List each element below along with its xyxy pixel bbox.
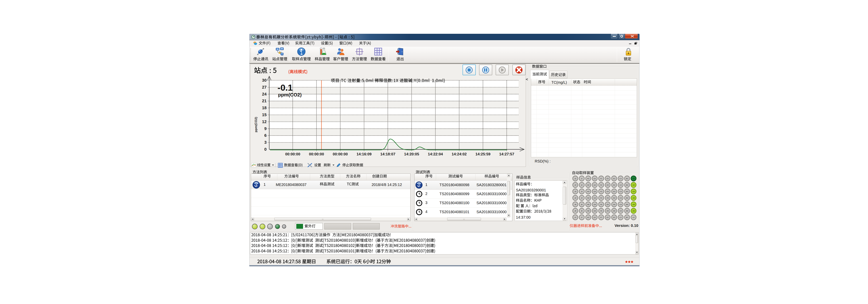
svg-text:A2: A2: [632, 184, 635, 186]
svg-text:H6: H6: [587, 210, 590, 212]
svg-text:I7: I7: [581, 216, 583, 218]
svg-text:F4: F4: [600, 197, 602, 199]
svg-text:J3: J3: [575, 191, 577, 193]
svg-text:G1: G1: [593, 177, 596, 179]
svg-text:D6: D6: [613, 210, 616, 212]
svg-text:G3: G3: [593, 191, 596, 193]
svg-text:J1: J1: [575, 177, 577, 179]
svg-text:I4: I4: [581, 197, 583, 199]
svg-text:G5: G5: [593, 203, 596, 205]
svg-text:A5: A5: [632, 203, 635, 205]
svg-text:F7: F7: [600, 216, 602, 218]
svg-text:D5: D5: [613, 203, 616, 205]
svg-text:H3: H3: [587, 191, 590, 193]
svg-text:J6: J6: [575, 210, 577, 212]
svg-text:F6: F6: [600, 210, 602, 212]
svg-text:H5: H5: [587, 203, 590, 205]
svg-text:H2: H2: [587, 184, 590, 186]
svg-text:C3: C3: [619, 191, 622, 193]
svg-text:H4: H4: [587, 197, 590, 199]
svg-text:E3: E3: [607, 191, 609, 193]
svg-text:B6: B6: [626, 210, 628, 212]
svg-text:D7: D7: [613, 216, 616, 218]
svg-text:B7: B7: [626, 216, 628, 218]
svg-text:A4: A4: [632, 197, 635, 199]
svg-text:I2: I2: [581, 184, 583, 186]
svg-text:D2: D2: [613, 184, 616, 186]
svg-text:C7: C7: [619, 216, 622, 218]
svg-text:A6: A6: [632, 210, 635, 212]
svg-text:G6: G6: [593, 210, 596, 212]
svg-text:C2: C2: [619, 184, 622, 186]
svg-text:J5: J5: [575, 203, 577, 205]
svg-text:E5: E5: [607, 203, 609, 205]
svg-text:A1: A1: [632, 177, 634, 179]
svg-text:F1: F1: [600, 177, 602, 179]
svg-text:B2: B2: [626, 184, 628, 186]
svg-text:F2: F2: [600, 184, 602, 186]
svg-text:G4: G4: [593, 197, 596, 199]
svg-text:B3: B3: [626, 191, 628, 193]
svg-text:H7: H7: [587, 216, 590, 218]
svg-text:J7: J7: [575, 216, 577, 218]
svg-text:J4: J4: [575, 197, 577, 199]
svg-text:J2: J2: [575, 184, 577, 186]
svg-text:C5: C5: [619, 203, 622, 205]
svg-text:H1: H1: [587, 177, 589, 179]
svg-text:G2: G2: [593, 184, 596, 186]
svg-text:I1: I1: [581, 177, 582, 179]
svg-text:F3: F3: [600, 191, 602, 193]
svg-text:D1: D1: [613, 177, 615, 179]
svg-text:B4: B4: [626, 197, 628, 199]
svg-text:B1: B1: [626, 177, 628, 179]
svg-text:F5: F5: [600, 203, 602, 205]
svg-text:E2: E2: [607, 184, 609, 186]
svg-text:I5: I5: [581, 203, 583, 205]
svg-text:E1: E1: [607, 177, 609, 179]
svg-text:E4: E4: [607, 197, 609, 199]
svg-text:A7: A7: [632, 216, 635, 218]
svg-text:G7: G7: [593, 216, 596, 218]
svg-text:D3: D3: [613, 191, 616, 193]
svg-text:E7: E7: [607, 216, 609, 218]
svg-text:B5: B5: [626, 203, 628, 205]
svg-text:E6: E6: [607, 210, 609, 212]
svg-text:C4: C4: [619, 197, 622, 199]
svg-text:C1: C1: [619, 177, 622, 179]
svg-text:I3: I3: [581, 191, 583, 193]
svg-text:I6: I6: [581, 210, 583, 212]
svg-text:A3: A3: [632, 191, 635, 193]
svg-text:D4: D4: [613, 197, 616, 199]
svg-text:C6: C6: [619, 210, 622, 212]
